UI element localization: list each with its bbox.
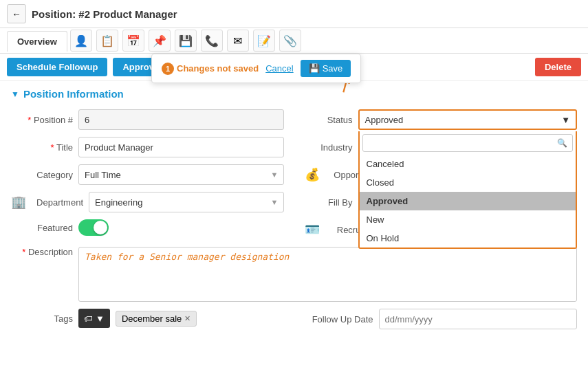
changes-warning: 1 Changes not saved (162, 63, 259, 75)
category-select-wrap: Full Time Part Time Contract Internship … (78, 164, 284, 185)
category-select[interactable]: Full Time Part Time Contract Internship (78, 164, 284, 185)
department-label: Department (32, 197, 83, 208)
status-dropdown-wrap: Approved ▼ 🔍 Canceled Closed Approved Ne (358, 109, 578, 130)
fill-by-label: Fill By (305, 197, 353, 208)
save-popup: 1 Changes not saved Cancel 💾 Save (151, 54, 361, 83)
tab-phone[interactable]: 📞 (201, 30, 223, 52)
tab-list[interactable]: 📋 (96, 30, 118, 52)
warning-text: Changes not saved (177, 63, 259, 74)
status-search-wrap: 🔍 (360, 131, 576, 155)
bottom-row: Tags 🏷 ▼ December sale ✕ Follow Up Date (11, 309, 577, 336)
content-area: ▼ Position Information Position # Title … (0, 81, 588, 343)
position-num-row: Position # (11, 109, 284, 130)
form-layout: Position # Title Category Full Time Part… (11, 109, 577, 247)
department-select[interactable]: Engineering Marketing Sales HR (89, 192, 284, 212)
department-select-wrap: Engineering Marketing Sales HR ▼ (89, 192, 284, 212)
schedule-followup-button[interactable]: Schedule Followup (7, 58, 107, 76)
tag-icon: 🏷 (84, 314, 93, 324)
description-textarea[interactable]: Taken for a Senior manager designation (78, 247, 577, 302)
position-num-input[interactable] (78, 109, 284, 130)
cancel-link[interactable]: Cancel (265, 63, 293, 74)
recruiter-icon: 🪪 (305, 222, 320, 237)
follow-up-input[interactable] (379, 309, 578, 329)
tag-item: December sale ✕ (116, 311, 197, 327)
featured-toggle[interactable] (78, 219, 109, 236)
form-right-col: Status Approved ▼ 🔍 Canceled C (305, 109, 578, 247)
status-option-approved[interactable]: Approved (360, 192, 576, 210)
title-label: Title (11, 142, 73, 153)
tab-calendar[interactable]: 📅 (122, 30, 144, 52)
section-title: Position Information (23, 88, 124, 100)
tab-attach[interactable]: 📎 (279, 30, 301, 52)
tab-pin[interactable]: 📌 (149, 30, 171, 52)
status-search-input[interactable] (362, 134, 574, 152)
position-num-label: Position # (11, 115, 73, 125)
follow-up-label: Follow Up Date (305, 314, 373, 324)
warning-count: 1 (162, 63, 174, 75)
form-left-col: Position # Title Category Full Time Part… (11, 109, 284, 247)
category-row: Category Full Time Part Time Contract In… (11, 164, 284, 185)
tags-col: Tags 🏷 ▼ December sale ✕ (11, 309, 284, 336)
industry-label: Industry (305, 142, 353, 153)
back-icon: ← (12, 9, 21, 19)
status-dropdown-menu: 🔍 Canceled Closed Approved New On Hold (358, 131, 578, 249)
section-header[interactable]: ▼ Position Information (11, 88, 577, 100)
follow-up-col: Follow Up Date (305, 309, 578, 336)
toggle-knob (94, 221, 107, 234)
save-icon: 💾 (309, 63, 320, 74)
title-input[interactable] (78, 137, 284, 157)
tag-dropdown-icon: ▼ (96, 314, 105, 324)
status-select-btn[interactable]: Approved ▼ (358, 109, 578, 130)
delete-button[interactable]: Delete (535, 58, 581, 76)
tag-remove-button[interactable]: ✕ (184, 314, 190, 323)
opportunity-icon: 💰 (305, 167, 320, 182)
status-option-canceled[interactable]: Canceled (360, 155, 576, 173)
description-label: Description (11, 247, 73, 257)
status-row: Status Approved ▼ 🔍 Canceled C (305, 109, 578, 130)
action-bar: Schedule Followup Approve 1 Changes not … (0, 54, 588, 81)
toggle-track[interactable] (78, 219, 109, 236)
tag-label: December sale (122, 314, 182, 324)
status-option-on-hold[interactable]: On Hold (360, 229, 576, 248)
department-icon: 🏢 (11, 195, 26, 210)
featured-row: Featured (11, 219, 284, 236)
follow-up-row: Follow Up Date (305, 309, 578, 329)
tab-overview[interactable]: Overview (7, 31, 67, 52)
title-row: Title (11, 137, 284, 157)
save-button[interactable]: 💾 Save (301, 60, 351, 77)
tabs-bar: Overview 👤 📋 📅 📌 💾 📞 ✉ 📝 📎 (0, 28, 588, 54)
description-row: Description Taken for a Senior manager d… (11, 247, 577, 302)
page-title: Position: #2 Product Manager (32, 8, 177, 20)
status-chevron-icon: ▼ (561, 115, 570, 125)
category-label: Category (11, 170, 73, 180)
back-button[interactable]: ← (7, 4, 26, 23)
status-label: Status (305, 115, 353, 125)
tags-row: Tags 🏷 ▼ December sale ✕ (11, 309, 284, 328)
tags-label: Tags (11, 314, 73, 324)
tab-person[interactable]: 👤 (70, 30, 92, 52)
tags-add-button[interactable]: 🏷 ▼ (78, 309, 110, 328)
featured-label: Featured (11, 223, 73, 233)
status-value: Approved (365, 115, 404, 125)
department-row: 🏢 Department Engineering Marketing Sales… (11, 192, 284, 212)
status-search-icon: 🔍 (557, 138, 567, 148)
tab-save[interactable]: 💾 (175, 30, 197, 52)
tab-email[interactable]: ✉ (227, 30, 249, 52)
tab-notes[interactable]: 📝 (253, 30, 275, 52)
status-option-new[interactable]: New (360, 210, 576, 229)
chevron-down-icon: ▼ (11, 89, 19, 99)
status-option-closed[interactable]: Closed (360, 173, 576, 192)
